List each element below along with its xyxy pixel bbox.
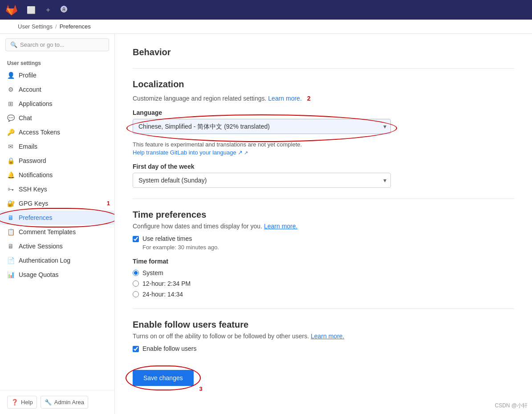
time-format-system-row: System <box>133 269 514 276</box>
sidebar-item-ssh-keys[interactable]: 🗝 SSH Keys <box>0 182 114 196</box>
annotation-2: 2 <box>307 95 311 102</box>
breadcrumb-separator: / <box>55 23 57 30</box>
time-preferences-section: Time preferences Configure how dates and… <box>133 210 514 298</box>
sidebar-label-emails: Emails <box>19 143 37 150</box>
usage-quotas-icon: 📊 <box>7 271 14 278</box>
time-format-12hour-radio[interactable] <box>133 280 139 287</box>
time-format-24hour-radio[interactable] <box>133 291 139 297</box>
gitlab-logo-icon[interactable] <box>5 4 18 16</box>
translate-gitlab-link[interactable]: Help translate GitLab into your language… <box>133 149 248 156</box>
use-relative-times-label[interactable]: Use relative times <box>142 235 192 242</box>
sidebar-item-usage-quotas[interactable]: 📊 Usage Quotas <box>0 268 114 282</box>
sidebar-item-account[interactable]: ⚙ Account <box>0 82 114 97</box>
breadcrumb-bar: User Settings / Preferences <box>0 20 532 34</box>
time-pref-learn-more-link[interactable]: Learn more. <box>264 223 297 230</box>
sidebar-item-emails[interactable]: ✉ Emails <box>0 139 114 154</box>
sidebar-item-gpg-keys[interactable]: 🔐 GPG Keys 1 <box>0 196 114 211</box>
time-format-section: Time format System 12-hour: 2:34 PM 24-h… <box>133 258 514 298</box>
active-sessions-icon: 🖥 <box>7 243 14 250</box>
sidebar-item-active-sessions[interactable]: 🖥 Active Sessions <box>0 239 114 253</box>
time-format-system-label[interactable]: System <box>142 269 163 276</box>
sidebar-label-ssh-keys: SSH Keys <box>19 186 47 193</box>
sidebar-item-access-tokens[interactable]: 🔑 Access Tokens <box>0 125 114 139</box>
sidebar-label-chat: Chat <box>19 114 32 122</box>
admin-icon: 🔧 <box>45 399 52 406</box>
time-format-24hour-row: 24-hour: 14:34 <box>133 291 514 298</box>
localization-divider <box>133 199 514 199</box>
sidebar-label-gpg-keys: GPG Keys <box>19 200 48 207</box>
language-label: Language <box>133 109 514 116</box>
language-select[interactable]: Chinese, Simplified - 简体中文 (92% translat… <box>133 119 391 134</box>
sidebar-label-account: Account <box>19 86 41 93</box>
sidebar-item-profile[interactable]: 👤 Profile <box>0 68 114 82</box>
enable-follow-users-label[interactable]: Enable follow users <box>142 345 196 352</box>
sidebar-item-comment-templates[interactable]: 📋 Comment Templates <box>0 225 114 239</box>
profile-icon: 👤 <box>7 72 14 79</box>
gpg-keys-icon: 🔐 <box>7 200 14 207</box>
sidebar-item-authentication-log[interactable]: 📄 Authentication Log <box>0 253 114 268</box>
time-format-label: Time format <box>133 258 514 265</box>
watermark: CSDN @小轩 <box>495 402 528 410</box>
sidebar-label-preferences: Preferences <box>19 214 52 221</box>
admin-label: Admin Area <box>54 399 84 406</box>
localization-learn-more-link[interactable]: Learn more. <box>268 95 301 102</box>
relative-times-example: For example: 30 minutes ago. <box>142 244 514 251</box>
breadcrumb-current: Preferences <box>60 23 91 30</box>
week-select[interactable]: System default (Sunday) Monday Saturday … <box>133 173 391 188</box>
time-pref-description: Configure how dates and times display fo… <box>133 223 514 230</box>
enable-follow-users-checkbox[interactable] <box>133 346 139 352</box>
use-relative-times-checkbox[interactable] <box>133 236 139 242</box>
use-relative-times-row: Use relative times <box>133 235 514 242</box>
annotation-3: 3 <box>199 386 203 392</box>
sidebar-footer: ❓ Help 🔧 Admin Area <box>0 390 114 414</box>
search-box[interactable]: 🔍 Search or go to... <box>5 38 109 51</box>
save-changes-button[interactable]: Save changes <box>133 370 194 386</box>
sidebar-label-usage-quotas: Usage Quotas <box>19 271 59 278</box>
time-format-24hour-label[interactable]: 24-hour: 14:34 <box>142 291 183 298</box>
time-format-12hour-label[interactable]: 12-hour: 2:34 PM <box>142 280 191 287</box>
notifications-icon: 🔔 <box>7 171 14 179</box>
sidebar-label-active-sessions: Active Sessions <box>19 243 63 250</box>
help-label: Help <box>21 399 33 406</box>
time-format-system-radio[interactable] <box>133 270 139 276</box>
follow-users-title: Enable follow users feature <box>133 320 514 330</box>
breadcrumb-parent-link[interactable]: User Settings <box>18 23 53 30</box>
sidebar-item-password[interactable]: 🔒 Password <box>0 154 114 168</box>
sidebar-label-applications: Applications <box>19 100 53 107</box>
sidebar-item-preferences[interactable]: 🖥 Preferences <box>0 211 114 225</box>
save-area: Save changes 3 <box>133 370 194 386</box>
main-content: Behavior Localization Customize language… <box>115 34 532 414</box>
behavior-section: Behavior <box>133 47 514 57</box>
sidebar-label-authentication-log: Authentication Log <box>19 257 70 264</box>
breadcrumb: User Settings / Preferences <box>18 23 91 30</box>
sidebar-label-password: Password <box>19 157 46 164</box>
time-format-12hour-row: 12-hour: 2:34 PM <box>133 280 514 287</box>
time-pref-divider <box>133 308 514 309</box>
ssh-keys-icon: 🗝 <box>7 186 14 193</box>
top-icons: ⬜ ＋ 🅐 <box>24 4 70 16</box>
sidebar-toggle-button[interactable]: ⬜ <box>24 4 38 16</box>
localization-description: Customize language and region related se… <box>133 95 514 102</box>
access-tokens-icon: 🔑 <box>7 129 14 136</box>
sidebar-item-applications[interactable]: ⊞ Applications <box>0 97 114 111</box>
sidebar-item-chat[interactable]: 💬 Chat <box>0 111 114 125</box>
admin-area-button[interactable]: 🔧 Admin Area <box>41 396 88 409</box>
sidebar-search-wrapper: 🔍 Search or go to... <box>0 34 114 56</box>
time-pref-title: Time preferences <box>133 210 514 220</box>
password-icon: 🔒 <box>7 157 14 164</box>
account-icon: ⚙ <box>7 86 14 93</box>
help-button[interactable]: ❓ Help <box>7 396 37 409</box>
behavior-divider <box>133 68 514 69</box>
help-icon: ❓ <box>11 399 18 406</box>
sidebar-label-profile: Profile <box>19 72 37 79</box>
language-select-wrapper: Chinese, Simplified - 简体中文 (92% translat… <box>133 119 391 134</box>
authentication-log-icon: 📄 <box>7 257 14 264</box>
app-layout: 🔍 Search or go to... User settings 👤 Pro… <box>0 34 532 414</box>
follow-users-description: Turns on or off the ability to follow or… <box>133 333 514 340</box>
new-item-button[interactable]: ＋ <box>42 4 54 16</box>
follow-users-learn-more-link[interactable]: Learn more. <box>311 333 344 340</box>
sidebar-item-notifications[interactable]: 🔔 Notifications <box>0 168 114 182</box>
search-placeholder: Search or go to... <box>20 41 65 48</box>
avatar-button[interactable]: 🅐 <box>58 4 70 16</box>
week-label: First day of the week <box>133 163 514 170</box>
